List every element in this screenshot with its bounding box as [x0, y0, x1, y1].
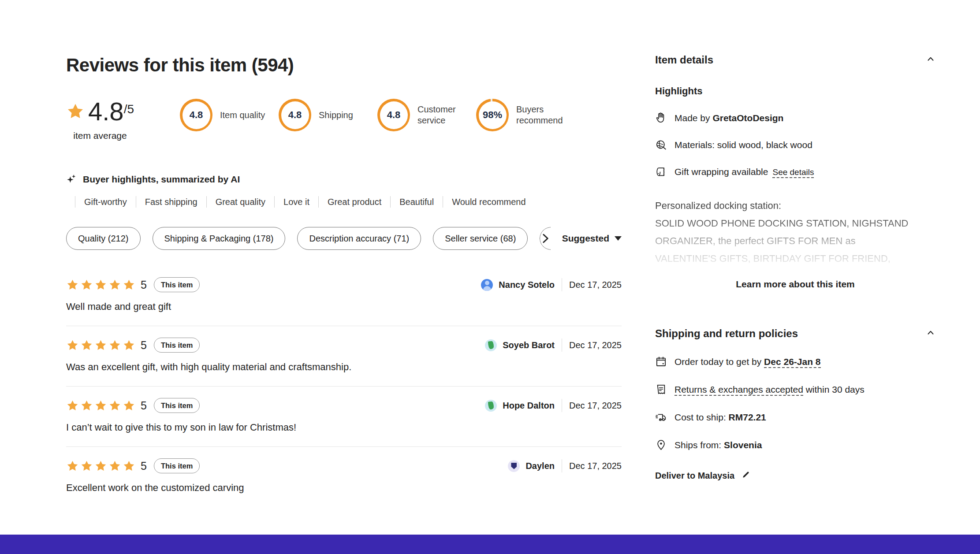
ai-highlight-tag: Beautiful: [390, 196, 434, 208]
learn-more-link[interactable]: Learn more about this item: [655, 279, 935, 290]
calendar-icon: [655, 356, 667, 368]
avatar[interactable]: [485, 400, 497, 412]
star-icon: [108, 339, 121, 352]
reviewer-name[interactable]: Soyeb Barot: [503, 340, 555, 350]
review-date: Dec 17, 2025: [569, 280, 622, 290]
item-description-line: Personalized docking station:: [655, 197, 935, 215]
review-item: 5 This item Soyeb Barot Dec 17, 2025 Was…: [66, 326, 622, 387]
ships-from-row: Ships from: Slovenia: [655, 439, 935, 451]
scroll-right-button[interactable]: [539, 232, 552, 245]
review-rating: 5 This item: [66, 338, 200, 353]
rating-metric-label: Buyers recommend: [516, 104, 565, 126]
review-stars: [66, 399, 135, 412]
highlights-title: Highlights: [655, 86, 935, 97]
this-item-badge: This item: [154, 398, 200, 413]
star-icon: [108, 279, 121, 291]
chevron-up-icon: [926, 328, 935, 339]
see-details-link[interactable]: See details: [772, 167, 814, 178]
chevron-right-icon: [539, 232, 551, 245]
review-meta: Soyeb Barot Dec 17, 2025: [485, 338, 622, 352]
reviewer-name[interactable]: Daylen: [525, 461, 555, 471]
star-icon: [80, 279, 93, 291]
meta-divider: [562, 278, 562, 291]
avatar[interactable]: [481, 279, 493, 291]
ai-highlight-tags: Gift-worthy Fast shipping Great quality …: [66, 196, 622, 208]
average-rating-value: 4.8: [88, 99, 124, 124]
reviewer-name[interactable]: Hope Dalton: [503, 401, 555, 411]
this-item-badge: This item: [154, 458, 200, 473]
filter-pill[interactable]: Description accuracy (71): [297, 227, 421, 250]
reviews-column: Reviews for this item (594) 4.8 /5 item …: [66, 0, 622, 507]
item-description-line: VALENTINE'S GIFTS, BIRTHDAY GIFT FOR FRI…: [655, 250, 935, 268]
shipping-policies-header[interactable]: Shipping and return policies: [655, 327, 935, 340]
deliver-to-row: Deliver to Malaysia: [655, 470, 935, 481]
star-icon: [94, 339, 107, 352]
filter-pill[interactable]: Quality (212): [66, 227, 141, 250]
ai-highlight-tag: Love it: [274, 196, 309, 208]
filter-pill[interactable]: Shipping & Packaging (178): [153, 227, 286, 250]
filter-pill[interactable]: Seller service (68): [433, 227, 528, 250]
review-stars: [66, 339, 135, 352]
order-by-prefix: Order today to get by: [674, 357, 764, 367]
star-icon: [66, 102, 85, 121]
order-by-date[interactable]: Dec 26-Jan 8: [764, 357, 820, 368]
average-rating-denominator: /5: [124, 102, 134, 116]
rating-metrics: 4.8 Item quality 4.8 Shipping 4.8: [180, 99, 565, 131]
returns-link[interactable]: Returns & exchanges accepted: [674, 384, 803, 396]
average-rating-caption: item average: [73, 130, 127, 141]
star-icon: [108, 399, 121, 412]
review-meta: Hope Dalton Dec 17, 2025: [485, 399, 622, 412]
review-rating-value: 5: [141, 339, 147, 352]
returns-suffix: within 30 days: [803, 384, 864, 394]
review-item: 5 This item Nancy Sotelo Dec 17, 2025 We…: [66, 266, 622, 326]
yarn-icon: [655, 139, 667, 151]
review-stars: [66, 460, 135, 472]
order-by-row: Order today to get by Dec 26-Jan 8: [655, 356, 935, 368]
reviews-list: 5 This item Nancy Sotelo Dec 17, 2025 We…: [66, 266, 622, 507]
location-pin-icon: [655, 439, 667, 451]
avatar[interactable]: [508, 460, 520, 472]
rating-ring-value: 4.8: [380, 101, 408, 129]
review-item: 5 This item Daylen Dec 17, 2025 Excellen…: [66, 447, 622, 507]
review-rating: 5 This item: [66, 277, 200, 292]
ai-highlight-tag: Great product: [318, 196, 381, 208]
item-description-line: ORGANIZER, the perfect GIFTS FOR MEN as: [655, 232, 935, 250]
materials-text: Materials: solid wood, black wood: [674, 140, 812, 150]
star-icon: [94, 279, 107, 291]
rating-ring-value: 4.8: [183, 101, 210, 129]
reviewer-name[interactable]: Nancy Sotelo: [499, 280, 555, 290]
item-details-title: Item details: [655, 54, 713, 66]
ai-highlight-tag: Great quality: [206, 196, 265, 208]
this-item-badge: This item: [154, 277, 200, 292]
gift-wrap-row: Gift wrapping availableSee details: [655, 166, 935, 178]
rating-ring-value: 98%: [479, 101, 507, 129]
rating-metric: 4.8 Shipping: [279, 99, 368, 131]
ai-highlights-header: Buyer highlights, summarized by AI: [66, 174, 622, 185]
review-date: Dec 17, 2025: [569, 401, 622, 411]
avatar[interactable]: [485, 339, 497, 351]
review-item: 5 This item Hope Dalton Dec 17, 2025 I c…: [66, 387, 622, 447]
rating-ring: 98%: [476, 99, 509, 131]
made-by-row: Made by GretaOtoDesign: [655, 112, 935, 124]
ships-from-value: Slovenia: [724, 440, 762, 450]
star-icon: [123, 460, 135, 472]
review-date: Dec 17, 2025: [569, 340, 622, 350]
hand-icon: [655, 112, 667, 124]
footer-bar: [0, 535, 980, 554]
gift-wrap-icon: [655, 166, 667, 178]
review-rating-value: 5: [141, 399, 147, 412]
made-by-shop-link[interactable]: GretaOtoDesign: [712, 113, 783, 123]
item-sidebar: Item details Highlights Made by GretaOto…: [655, 0, 935, 481]
star-icon: [80, 399, 93, 412]
made-by-prefix: Made by: [674, 113, 712, 123]
review-rating: 5 This item: [66, 398, 200, 413]
edit-pencil-icon[interactable]: [742, 470, 750, 481]
star-icon: [94, 460, 107, 472]
meta-divider: [562, 338, 562, 352]
item-details-header[interactable]: Item details: [655, 54, 935, 66]
rating-metric: 4.8 Customer service: [377, 99, 466, 131]
ai-highlight-tag: Gift-worthy: [75, 196, 127, 208]
star-icon: [123, 339, 135, 352]
chevron-up-icon: [926, 54, 935, 66]
sort-dropdown[interactable]: Suggested: [562, 233, 622, 244]
